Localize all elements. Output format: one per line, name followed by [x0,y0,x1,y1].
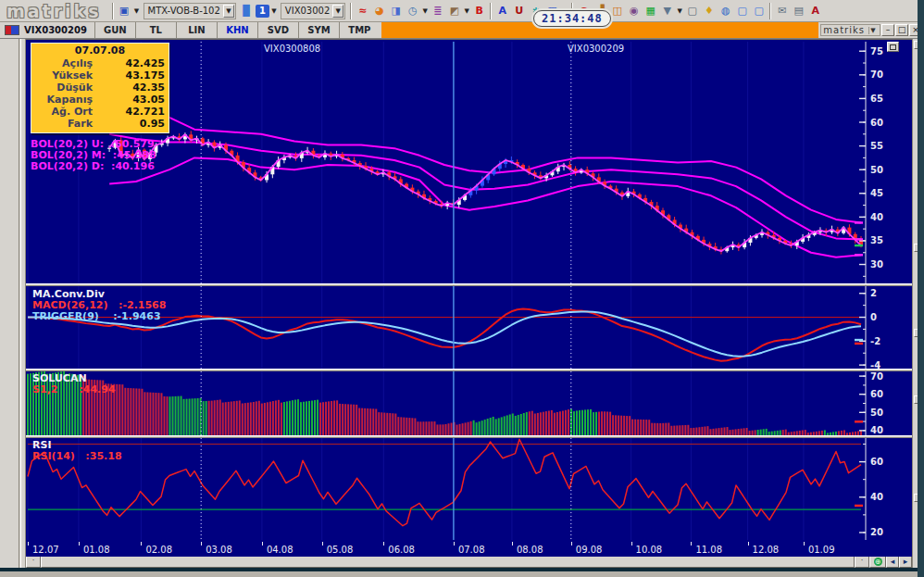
window-blue2-icon[interactable]: ▢ [751,4,767,19]
candle-icon[interactable]: ◫ [609,4,625,19]
underline-icon[interactable]: U [511,4,527,19]
x-axis-label: 11.08 [695,545,722,555]
x-axis-label: 08.08 [517,545,543,555]
green-table-icon[interactable]: ▦ [643,4,658,19]
data-row: Açılış42.425 [35,57,165,69]
cascade-icon[interactable]: ▢ [684,4,700,19]
svg-text:40: 40 [870,212,883,222]
chart-mode-khn[interactable]: KHN [217,22,257,38]
x-axis-label: 04.08 [267,545,293,555]
x-axis-tick [454,542,455,546]
svg-text:60: 60 [870,457,883,467]
field-label: Yüksek [35,69,93,82]
chevron-down-icon[interactable]: ▼ [463,7,470,15]
eraser-icon[interactable]: ◩ [446,4,462,19]
refresh-globe-button[interactable]: ⊕ [869,556,886,568]
toolbar-separator [490,3,492,19]
font-color-icon[interactable]: A [494,4,510,19]
chart-mode-sym[interactable]: SYM [298,22,339,38]
data-row: Yüksek43.175 [35,69,165,82]
window-bottom-edge [0,568,924,577]
new-page-icon[interactable]: ▉ [239,4,255,19]
chevron-down-icon[interactable]: ▼ [332,5,343,18]
field-value: 42.35 [93,82,165,94]
field-value: 42.425 [93,57,165,69]
message-icon[interactable]: ♦ [701,4,717,19]
chevron-down-icon[interactable]: ▼ [133,7,141,15]
scrollbar-track[interactable] [41,556,855,568]
restore-button[interactable]: □ [895,24,908,36]
scroll-left-nub[interactable]: · [26,556,41,568]
pie-chart-icon[interactable]: ◕ [371,4,387,19]
macd-y-axis[interactable]: 20-2-4 [855,286,880,369]
trigger-value-label: TRIGGER(9) :-1.9463 [32,310,161,322]
rsi-y-axis[interactable]: 604020 [855,438,883,540]
x-axis-label: 12.08 [753,545,780,555]
main-toolbar: matriks ▣▼MTX-VOB-B-102▼▉1▼VIX03002▼≈◕◨◷… [0,0,924,22]
field-value: 0.95 [93,118,165,130]
svg-text:30: 30 [870,259,883,270]
workspace-combo[interactable]: MTX-VOB-B-102▼ [144,3,236,19]
data-window[interactable]: 07.07.08 Açılış42.425 Yüksek43.175 Düşük… [31,43,169,133]
volume-value-label: S1,2 :44.94 [32,383,116,395]
clock-display: 21:34:48 [533,10,611,27]
x-axis-date-strip[interactable]: 12.0701.0802.0803.0804.0805.0806.0807.08… [26,542,912,557]
chart-mode-svd[interactable]: SVD [257,22,298,38]
svg-text:50: 50 [870,165,883,175]
globe-icon: ⊕ [874,558,882,566]
scroll-left-arrow[interactable]: ◂ [886,556,899,568]
layers-icon[interactable]: ≣ [430,4,445,19]
chart-mode-lin[interactable]: LIN [176,22,217,38]
rsi-value-label: RSI(14) :35.18 [32,450,122,462]
chart-mode-tl[interactable]: TL [135,22,176,38]
chart-mode-tmp[interactable]: TMP [339,22,380,38]
mail-icon[interactable]: ✉ [774,4,790,19]
window-title-dropdown[interactable]: matriks▼ [820,24,880,36]
chevron-down-icon[interactable]: ▼ [270,7,278,15]
contract-annotation: VIX0300808 [264,44,320,54]
chevron-down-icon[interactable]: ▼ [223,5,234,18]
svg-text:40: 40 [870,492,883,502]
chart-window-icon[interactable]: ◨ [388,4,404,19]
bold-icon[interactable]: B [471,4,487,19]
chevron-down-icon[interactable]: ▼ [676,7,683,15]
x-axis-label: 10.08 [636,545,663,555]
svg-text:-2: -2 [870,336,880,346]
window-blue-icon[interactable]: ▢ [734,4,750,19]
globe-icon[interactable]: ◍ [718,4,733,19]
line-chart-icon[interactable]: ≈ [355,4,370,19]
x-axis-label: 03.08 [206,545,232,555]
clock-icon[interactable]: ◷ [405,4,420,19]
chart-mode-gun[interactable]: GUN [94,22,135,38]
alert-icon[interactable]: A [807,4,823,19]
page-1-icon[interactable]: 1 [256,5,269,18]
panel-restore-icon[interactable] [887,42,899,52]
svg-text:60: 60 [870,118,883,128]
gauge-icon[interactable]: ◉ [626,4,642,19]
filter-icon[interactable]: ▼ [659,4,675,19]
svg-text:-4: -4 [870,360,880,369]
svg-text:75: 75 [870,46,883,56]
chart-mode-buttons: GUNTLLINKHNSVDSYMTMP [94,22,380,38]
volume-y-axis[interactable]: 70605040 [855,371,883,435]
svg-text:70: 70 [870,371,883,382]
price-y-axis[interactable]: 75706560555045403530 [855,42,883,283]
caption-symbol: VIX0300209 [22,25,94,35]
field-label: Ağ. Ort [35,106,93,118]
rsi-chart-panel[interactable]: 604020 [26,438,912,540]
svg-text:55: 55 [870,141,883,151]
save-icon[interactable]: ▣ [117,4,132,19]
scroll-right-nub[interactable]: · [855,556,869,568]
scroll-right-arrow[interactable]: ▸ [899,556,912,568]
symbol-combo[interactable]: VIX03002▼ [281,3,345,19]
x-axis-tick [631,542,632,546]
svg-text:70: 70 [870,69,883,80]
volume-chart-panel[interactable]: 70605040 [26,371,912,435]
chevron-down-icon[interactable]: ▼ [421,7,429,15]
x-axis-tick [28,542,29,546]
minimize-button[interactable]: – [881,24,894,36]
x-axis-tick [571,542,572,546]
x-axis-label: 01.08 [83,545,110,555]
svg-text:45: 45 [870,188,883,198]
print-icon[interactable]: ▤ [791,4,806,19]
